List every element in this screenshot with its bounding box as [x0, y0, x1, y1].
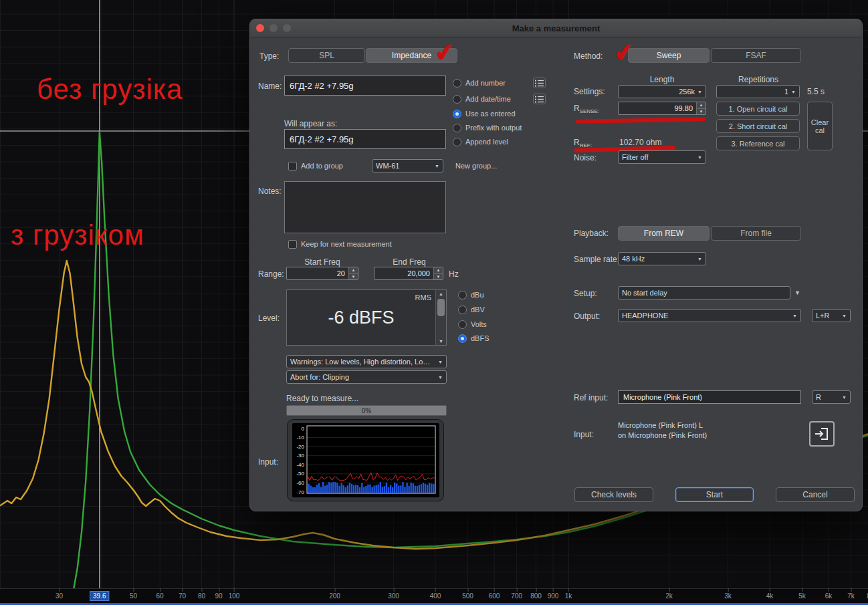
x-axis-tick-label: 30 [56, 592, 63, 600]
x-axis-tick-label: 2k [665, 592, 673, 600]
sample-rate-value: 48 kHz [622, 255, 695, 263]
start-freq-value[interactable]: 20 [287, 269, 348, 277]
dialog-titlebar[interactable]: Make a measurement [250, 19, 862, 37]
playback-from-rew-button[interactable]: From REW [618, 226, 710, 241]
svg-text:0: 0 [302, 426, 305, 432]
add-to-group-checkbox[interactable] [288, 162, 297, 170]
stepper-arrows-icon[interactable]: ▲▼ [696, 102, 706, 114]
noise-dropdown[interactable]: Filter off ▼ [618, 150, 706, 164]
chevron-down-icon: ▼ [438, 360, 443, 364]
level-scrollbar[interactable]: ▲ ▼ [435, 290, 446, 345]
new-group-link[interactable]: New group... [455, 162, 497, 170]
start-freq-stepper[interactable]: 20 ▲▼ [286, 267, 358, 280]
radio-dbfs[interactable] [458, 334, 467, 343]
clear-cal-button[interactable]: Clear cal [807, 102, 833, 150]
output-channel-value: L+R [816, 312, 839, 320]
input-routing-button[interactable] [809, 421, 835, 447]
chevron-down-icon: ▼ [697, 155, 702, 160]
x-axis-tick-label: 500 [462, 592, 473, 600]
notes-label: Notes: [258, 187, 282, 196]
x-axis-tick-label: 50 [130, 592, 137, 600]
reference-cal-button[interactable]: 3. Reference cal [716, 136, 800, 150]
chevron-down-icon: ▼ [435, 164, 439, 168]
group-dropdown-value: WM-61 [376, 162, 432, 170]
length-dropdown[interactable]: 256k ▼ [618, 85, 706, 98]
rsense-value[interactable]: 99.80 [619, 104, 696, 112]
x-axis-tick-label: 4k [766, 592, 774, 600]
radio-use-as-entered[interactable] [453, 110, 461, 118]
output-dropdown[interactable]: HEADPHONE ▼ [618, 309, 801, 322]
sample-rate-dropdown[interactable]: 48 kHz ▼ [618, 252, 706, 265]
status-text: Ready to measure... [286, 394, 358, 403]
keep-for-next-label: Keep for next measurement [301, 240, 392, 248]
name-label: Name: [258, 82, 282, 91]
output-channel-dropdown[interactable]: L+R ▼ [812, 309, 851, 322]
stepper-arrows-icon[interactable]: ▲▼ [433, 267, 443, 279]
scrollbar-thumb[interactable] [437, 299, 445, 316]
x-axis-tick-label: 800 [530, 592, 542, 600]
setup-chevron-down-icon[interactable]: ▼ [794, 289, 800, 296]
keep-for-next-checkbox[interactable] [288, 240, 297, 249]
input-routing-icon [814, 426, 830, 442]
settings-label: Settings: [574, 87, 605, 96]
level-label: Level: [258, 314, 280, 323]
abort-dropdown[interactable]: Abort for: Clipping ▼ [286, 370, 447, 384]
datetime-list-icon-button[interactable] [533, 94, 546, 104]
open-circuit-cal-button[interactable]: 1. Open circuit cal [716, 102, 800, 116]
end-freq-stepper[interactable]: 20,000 ▲▼ [374, 267, 443, 280]
x-axis-tick-label: 5k [798, 592, 806, 600]
stepper-arrows-icon[interactable]: ▲▼ [348, 267, 358, 279]
x-axis-tick-label: 60 [156, 592, 164, 600]
short-circuit-cal-button[interactable]: 2. Short circuit cal [716, 119, 800, 133]
warnings-dropdown[interactable]: Warnings: Low levels, High distortion, L… [286, 355, 447, 368]
notes-textarea[interactable] [284, 181, 446, 233]
frequency-axis[interactable]: 39.6 30506070809010020030040050060070080… [0, 588, 868, 604]
x-axis-tick-label: 200 [329, 592, 340, 600]
level-value: -6 dBFS [287, 308, 435, 328]
level-display[interactable]: RMS -6 dBFS ▲ ▼ [286, 289, 447, 346]
radio-prefix-with-output[interactable] [453, 124, 461, 132]
input-level-meter: 0-10-20-30-40-50-60-70 [286, 418, 445, 502]
cancel-button[interactable]: Cancel [776, 487, 855, 502]
scroll-up-icon[interactable]: ▲ [436, 291, 446, 296]
chevron-down-icon: ▼ [791, 90, 796, 94]
radio-add-datetime-label: Add date/time [465, 95, 511, 103]
radio-volts[interactable] [458, 320, 467, 329]
rsense-red-underline [576, 117, 706, 123]
x-axis-tick-label: 900 [548, 592, 559, 600]
length-value: 256k [622, 88, 695, 96]
x-axis-tick-label: 70 [179, 592, 186, 600]
progress-bar: 0% [286, 405, 447, 416]
group-dropdown[interactable]: WM-61 ▼ [372, 159, 443, 172]
radio-dbv[interactable] [458, 306, 467, 314]
radio-dbu[interactable] [458, 291, 467, 299]
make-a-measurement-dialog: Make a measurement Type: SPL Impedance ✔… [249, 19, 863, 511]
x-axis-tick-label: 400 [430, 592, 441, 600]
check-levels-button[interactable]: Check levels [574, 487, 653, 502]
annotation-no-weight: без грузіка [37, 74, 183, 106]
input-device-line2: on Microphone (Pink Front) [618, 431, 707, 439]
end-freq-value[interactable]: 20,000 [374, 269, 433, 277]
radio-add-datetime[interactable] [453, 95, 461, 104]
ref-channel-dropdown[interactable]: R ▼ [812, 390, 851, 404]
radio-add-number[interactable] [453, 79, 461, 88]
start-button[interactable]: Start [675, 487, 754, 502]
radio-append-level[interactable] [453, 138, 461, 146]
method-fsaf-button[interactable]: FSAF [711, 48, 801, 63]
chevron-down-icon: ▼ [792, 314, 797, 318]
setup-value: No start delay [622, 289, 786, 297]
method-sweep-button[interactable]: Sweep [628, 48, 710, 63]
output-label: Output: [574, 312, 600, 321]
ref-input-field[interactable]: Microphone (Pink Front) [618, 390, 801, 404]
repetitions-dropdown[interactable]: 1 ▼ [716, 85, 800, 98]
x-axis-tick-label: 3k [724, 592, 732, 600]
scroll-down-icon[interactable]: ▼ [436, 339, 446, 344]
playback-from-file-button[interactable]: From file [711, 226, 801, 241]
number-list-icon-button[interactable] [533, 78, 546, 88]
type-spl-button[interactable]: SPL [288, 48, 365, 63]
annotation-with-weight: з грузіком [11, 219, 144, 251]
setup-dropdown[interactable]: No start delay [618, 286, 790, 299]
name-input[interactable]: 6ГД-2 #2 +7.95g [284, 76, 446, 96]
rsense-stepper[interactable]: 99.80 ▲▼ [618, 102, 706, 115]
input-meter-label: Input: [258, 457, 278, 467]
